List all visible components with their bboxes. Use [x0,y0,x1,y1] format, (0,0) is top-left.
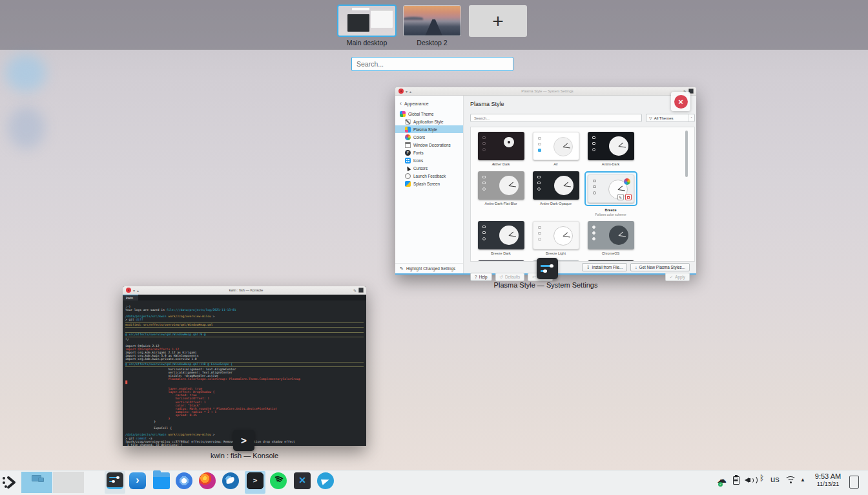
get-new-plasma-styles-button[interactable]: ↓ Get New Plasma Styles... [630,263,690,271]
theme-card-breeze-light[interactable]: Breeze Light [528,221,583,256]
application-style-icon [405,119,411,125]
chevron-down-icon[interactable]: ▾ [406,89,408,94]
theme-card-breeze[interactable]: ✎BreezeFollows color scheme [583,171,638,216]
spotify-launcher[interactable] [270,472,287,489]
vscode-launcher[interactable] [294,472,311,489]
sidebar-item-global-theme[interactable]: Global Theme [395,110,463,118]
edit-theme-button[interactable]: ✎ [617,194,624,200]
footer-actions-row: ? Help ↺ Defaults ↩ Reset ✓ Apply [470,273,690,281]
pager-desktop-1[interactable] [21,472,52,493]
theme-card-antim-dark-flat-blur[interactable]: Antim-Dark-Flat-Blur [473,171,528,216]
get-new-label: Get New Plasma Styles... [639,265,685,269]
konsole-window[interactable]: × ▾ ▴ kwin : fish — Konsole ✎ kwin :-)Yo… [123,286,366,446]
theme-card-imagination[interactable]: Imagination [583,260,638,262]
icons-icon [405,158,411,163]
konsole-tabbar: kwin [123,295,366,300]
chromium-icon [176,472,192,489]
add-desktop-button[interactable]: + [469,5,527,37]
konsole-tab[interactable]: kwin [123,295,138,300]
highlight-changed-settings-button[interactable]: ✎ Highlight Changed Settings [395,263,463,273]
sidebar-item-launch-feedback[interactable]: Launch Feedback [395,172,463,180]
system-settings-icon [537,258,558,279]
virtual-desktop-pager [21,472,84,493]
theme-card-antim-dark[interactable]: Antim-Dark [583,132,638,167]
theme-card-chromeos[interactable]: ChromeOS [583,221,638,256]
thunderbird-launcher[interactable] [222,472,239,489]
settings-body: ‹ Appearance Global ThemeApplication Sty… [395,96,696,273]
keyboard-layout-indicator[interactable]: us [770,474,780,484]
theme-card-air[interactable]: Air [528,132,583,167]
terminal[interactable]: :-)Your logs are saved in file:///data/p… [123,300,366,446]
theme-card-ther-dark[interactable]: Æther Dark [473,132,528,167]
close-window-button[interactable]: × [671,92,690,111]
firefox-launcher[interactable] [199,472,216,489]
system-settings-task[interactable] [107,472,123,489]
close-icon: × [674,95,688,109]
pager-desktop-2[interactable] [53,472,84,493]
tray-expander-icon[interactable]: ▲ [800,477,805,483]
volume-icon[interactable] [745,476,756,485]
reset-icon: ↩ [532,275,535,280]
settings-titlebar: × ▾ ▴ Plasma Style — System Settings ✎ [395,87,696,96]
launch-feedback-icon [405,173,411,179]
plus-icon: + [492,10,504,32]
theme-card-dracula[interactable]: Dracula [473,260,528,262]
pencil-icon[interactable]: ✎ [353,288,356,293]
theme-card-breeze-dark[interactable]: Breeze Dark [473,221,528,256]
firefox-icon [199,472,216,489]
desktop-thumbnail-main[interactable] [338,6,395,36]
wifi-icon[interactable] [785,476,796,485]
sidebar-item-label: Window Decorations [413,143,451,147]
theme-search-input[interactable] [470,114,642,122]
install-from-file-button[interactable]: ↧ Install from File... [582,263,627,271]
sidebar-item-window-decorations[interactable]: Window Decorations [395,141,463,149]
sidebar-item-icons[interactable]: Icons [395,156,463,164]
desktop-thumbnail-2[interactable] [404,6,460,36]
overview-screen: + Main desktop Desktop 2 × ▾ ▴ Plasma St… [0,0,868,495]
digital-clock[interactable]: 9:53 AM 11/13/21 [810,472,846,487]
mini-settings-window [371,10,392,28]
spotify-icon [270,472,287,489]
clipboard-icon[interactable] [733,476,739,485]
konsole-task[interactable]: > [247,472,264,489]
dolphin-launcher[interactable] [153,472,170,489]
close-icon[interactable]: × [398,89,404,94]
theme-filter-dropdown[interactable]: ▽ All Themes ˇ [646,114,695,122]
theme-grid-scrollbar[interactable] [685,129,688,259]
chromium-launcher[interactable] [176,472,192,489]
splash-screen-icon [405,181,411,187]
settings-window[interactable]: × ▾ ▴ Plasma Style — System Settings ✎ ‹… [395,87,696,275]
discover-launcher[interactable] [129,472,146,489]
back-button[interactable]: ‹ Appearance [400,100,429,107]
settings-content: Plasma Style ▽ All Themes ˇ Æther DarkAi… [464,96,696,273]
vscode-icon [294,472,311,489]
apply-icon: ✓ [670,275,673,280]
theme-thumbnail [533,132,579,160]
help-button[interactable]: ? Help [470,273,492,281]
apply-button[interactable]: ✓ Apply [665,273,690,281]
desktop-label-2: Desktop 2 [404,39,460,47]
overview-search-input[interactable] [351,57,513,71]
close-icon[interactable]: × [126,288,131,293]
delete-theme-button[interactable] [625,194,632,200]
theme-name: Antim-Dark [602,162,620,167]
defaults-button[interactable]: ↺ Defaults [495,273,525,281]
telegram-launcher[interactable] [317,472,334,489]
chevron-down-icon[interactable]: ▾ [133,288,135,293]
sidebar-item-plasma-style[interactable]: Plasma Style [395,125,463,133]
sidebar-item-colors[interactable]: Colors [395,133,463,141]
sidebar-item-splash-screen[interactable]: Splash Screen [395,180,463,187]
help-label: Help [479,275,488,279]
bluetooth-icon[interactable]: ᛒ [760,474,764,483]
chevron-down-icon: ˇ [688,114,694,121]
sidebar-item-fonts[interactable]: Fonts [395,149,463,156]
theme-thumbnail [588,260,634,262]
theme-card-antim-dark-opaque[interactable]: Antim-Dark-Opaque [528,171,583,216]
blurred-desktop-icon [5,54,46,92]
app-launcher-icon[interactable] [1,474,19,491]
settings-sidebar: ‹ Appearance Global ThemeApplication Sty… [395,96,464,273]
sidebar-item-application-style[interactable]: Application Style [395,118,463,125]
show-desktop-button[interactable] [849,476,859,489]
sidebar-item-cursors[interactable]: Cursors [395,164,463,172]
theme-thumbnail [588,132,634,160]
